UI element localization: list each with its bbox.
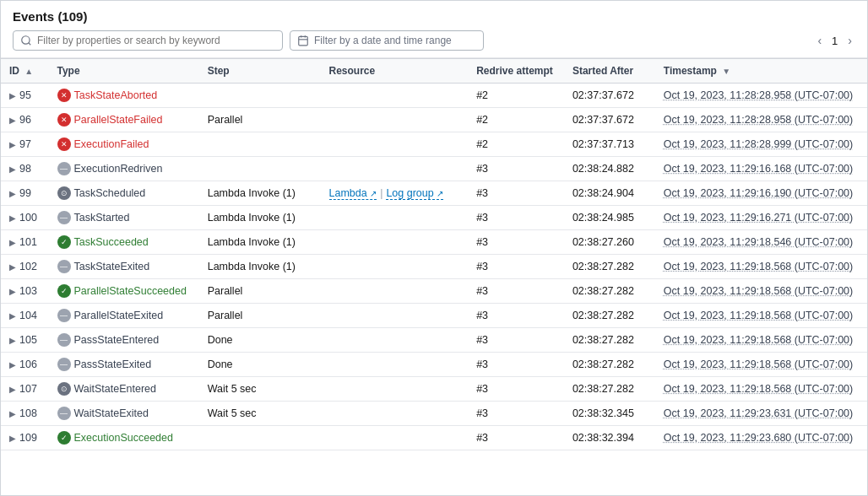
page-title: Events (109) [13, 9, 855, 24]
expand-button[interactable]: ▶ [9, 164, 19, 174]
cell-redrive: #3 [468, 304, 564, 328]
cell-redrive: #3 [468, 279, 564, 304]
step-value: Parallel [208, 114, 243, 126]
cell-started: 02:38:27.282 [564, 255, 655, 279]
started-value: 02:38:27.282 [572, 310, 634, 321]
cell-type: —TaskStateExited [49, 255, 199, 279]
cell-redrive: #3 [468, 353, 564, 377]
expand-button[interactable]: ▶ [9, 311, 19, 321]
table-header: ID ▲ Type Step Resource Redrive attempt … [1, 59, 867, 84]
redrive-value: #3 [476, 163, 488, 175]
cell-step: Parallel [199, 108, 321, 132]
cell-id: ▶95 [1, 84, 49, 108]
redrive-value: #2 [476, 89, 488, 101]
started-value: 02:38:27.282 [572, 334, 634, 346]
expand-button[interactable]: ▶ [9, 213, 19, 223]
event-type: PassStateEntered [74, 334, 160, 346]
timestamp-value: Oct 19, 2023, 11:29:18.568 (UTC-07:00) [664, 334, 853, 346]
expand-button[interactable]: ▶ [9, 116, 19, 125]
cell-redrive: #3 [468, 255, 564, 279]
event-id: 103 [19, 285, 37, 297]
search-icon [20, 35, 32, 46]
redrive-value: #3 [476, 285, 488, 297]
cell-id: ▶107 [1, 377, 49, 402]
cell-resource [321, 426, 469, 450]
cell-started: 02:38:27.282 [564, 353, 655, 377]
redrive-value: #3 [476, 432, 488, 444]
expand-button[interactable]: ▶ [9, 360, 19, 369]
expand-button[interactable]: ▶ [9, 189, 19, 198]
table-row: ▶98—ExecutionRedriven#302:38:24.882Oct 1… [1, 157, 867, 181]
expand-button[interactable]: ▶ [9, 262, 19, 272]
cell-id: ▶104 [1, 304, 49, 328]
cell-started: 02:38:27.282 [564, 279, 655, 304]
cell-type: ✓TaskSucceeded [49, 230, 199, 255]
col-header-id[interactable]: ID ▲ [1, 59, 49, 84]
event-type: TaskScheduled [74, 187, 146, 199]
svg-line-1 [29, 43, 31, 46]
cell-step [199, 132, 321, 157]
started-value: 02:37:37.672 [572, 114, 634, 126]
log-group-link[interactable]: Log group ↗ [386, 187, 443, 200]
event-id: 100 [19, 212, 37, 224]
cell-type: —ExecutionRedriven [49, 157, 199, 181]
event-type: TaskStateExited [74, 261, 150, 272]
timestamp-value: Oct 19, 2023, 11:29:18.568 (UTC-07:00) [664, 310, 853, 321]
cell-timestamp: Oct 19, 2023, 11:29:18.568 (UTC-07:00) [655, 377, 867, 402]
next-page-button[interactable]: › [844, 32, 855, 49]
table-row: ▶109✓ExecutionSucceeded#302:38:32.394Oct… [1, 426, 867, 450]
redrive-value: #3 [476, 334, 488, 346]
cell-step: Lambda Invoke (1) [199, 181, 321, 206]
table-row: ▶105—PassStateEnteredDone#302:38:27.282O… [1, 328, 867, 353]
cell-step: Done [199, 353, 321, 377]
cell-resource: Lambda ↗ | Log group ↗ [321, 181, 469, 206]
cell-id: ▶103 [1, 279, 49, 304]
cell-id: ▶101 [1, 230, 49, 255]
search-input[interactable] [37, 35, 275, 46]
table-row: ▶106—PassStateExitedDone#302:38:27.282Oc… [1, 353, 867, 377]
event-type: WaitStateExited [74, 407, 149, 419]
date-filter-box: Filter by a date and time range [290, 30, 484, 51]
cell-started: 02:38:27.282 [564, 328, 655, 353]
lambda-link[interactable]: Lambda ↗ [329, 187, 377, 200]
expand-button[interactable]: ▶ [9, 336, 19, 345]
event-id: 105 [19, 334, 37, 346]
redrive-value: #3 [476, 407, 488, 419]
timestamp-value: Oct 19, 2023, 11:29:18.546 (UTC-07:00) [664, 236, 853, 248]
svg-rect-2 [299, 36, 308, 46]
event-id: 95 [19, 89, 31, 101]
expand-button[interactable]: ▶ [9, 409, 19, 418]
redrive-value: #3 [476, 212, 488, 224]
expand-button[interactable]: ▶ [9, 385, 19, 394]
timestamp-value: Oct 19, 2023, 11:29:18.568 (UTC-07:00) [664, 261, 853, 272]
cell-type: —PassStateEntered [49, 328, 199, 353]
cell-step: Lambda Invoke (1) [199, 230, 321, 255]
cell-id: ▶102 [1, 255, 49, 279]
expand-button[interactable]: ▶ [9, 287, 19, 296]
table-row: ▶97✕ExecutionFailed#202:37:37.713Oct 19,… [1, 132, 867, 157]
status-icon: — [57, 358, 71, 371]
expand-button[interactable]: ▶ [9, 238, 19, 247]
expand-button[interactable]: ▶ [9, 91, 19, 100]
cell-started: 02:38:32.345 [564, 402, 655, 426]
event-type: ParallelStateFailed [74, 114, 163, 126]
cell-started: 02:38:27.282 [564, 377, 655, 402]
prev-page-button[interactable]: ‹ [814, 32, 825, 49]
cell-id: ▶97 [1, 132, 49, 157]
table-body: ▶95✕TaskStateAborted#202:37:37.672Oct 19… [1, 84, 867, 450]
toolbar: Filter by a date and time range ‹ 1 › [13, 30, 855, 51]
cell-started: 02:38:32.394 [564, 426, 655, 450]
step-value: Parallel [208, 310, 243, 321]
status-icon: — [57, 162, 71, 175]
expand-button[interactable]: ▶ [9, 434, 19, 443]
search-box [13, 30, 283, 51]
cell-timestamp: Oct 19, 2023, 11:29:18.568 (UTC-07:00) [655, 279, 867, 304]
status-icon: ✓ [57, 431, 71, 445]
cell-type: ✓ExecutionSucceeded [49, 426, 199, 450]
expand-button[interactable]: ▶ [9, 140, 19, 149]
cell-id: ▶99 [1, 181, 49, 206]
sort-icon-id: ▲ [24, 67, 33, 76]
col-header-timestamp[interactable]: Timestamp ▼ [655, 59, 867, 84]
event-type: TaskStateAborted [74, 89, 158, 101]
calendar-icon [297, 35, 309, 46]
